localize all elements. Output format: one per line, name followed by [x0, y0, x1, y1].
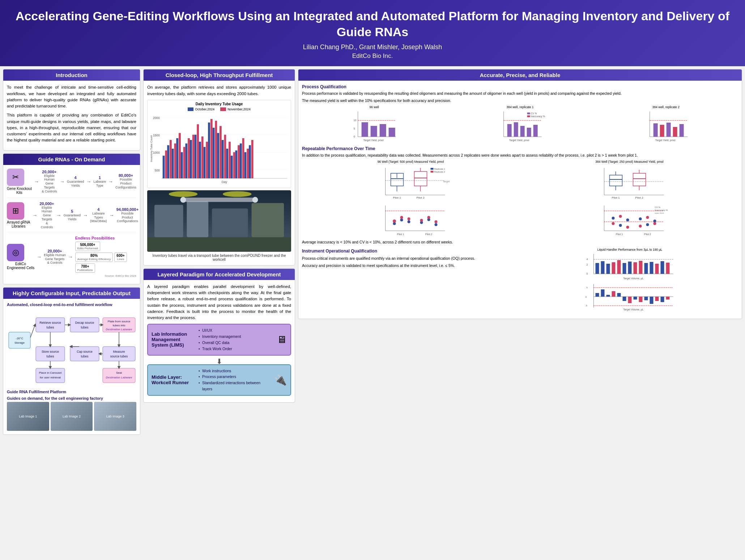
svg-rect-56: [208, 123, 210, 178]
svg-rect-217: [666, 263, 670, 274]
svg-text:10: 10: [354, 119, 357, 122]
svg-rect-137: [414, 171, 427, 186]
image-box-1: Lab Image 1: [7, 402, 49, 431]
svg-text:tubes: tubes: [47, 355, 54, 358]
svg-text:1500: 1500: [153, 133, 160, 137]
layered-header: Layered Paradigm for Accelerated Develop…: [144, 269, 295, 280]
svg-text:Pilot 1: Pilot 1: [616, 233, 623, 236]
chart-384-rep1-svg: Target Yield, pmol CV % Inaccuracy %: [448, 110, 592, 142]
intro-header: Introduction: [3, 69, 140, 81]
svg-text:spec limit: spec limit: [655, 212, 664, 214]
guide-rna-panel: Guide RNAs - On Demand ✂ Gene KnockoutKi…: [3, 153, 140, 285]
svg-rect-114: [520, 126, 525, 137]
rep-cv-chart2: Pilot 1 Pilot 2 CV % Inaccuracy % spec l…: [521, 204, 738, 237]
svg-text:Destination Labware: Destination Labware: [106, 328, 132, 331]
svg-text:Inventory Tube Count: Inventory Tube Count: [150, 135, 153, 162]
svg-text:Pilot 1: Pilot 1: [612, 196, 620, 199]
svg-rect-231: [623, 297, 626, 301]
svg-point-169: [400, 216, 403, 219]
svg-text:Cap source: Cap source: [77, 350, 93, 353]
closed-loop-header: Closed-loop, High Throughput Fulfillment: [144, 69, 295, 81]
configurable-header: Highly Configurable Input, Predictable O…: [3, 288, 140, 299]
svg-point-193: [646, 216, 649, 219]
chart-title: Daily Inventory Tube Usage: [149, 102, 289, 106]
repeatable-title: Repeatable Performance Over Time: [302, 146, 738, 151]
svg-rect-235: [644, 297, 648, 300]
svg-point-194: [654, 222, 656, 225]
workcell-bullet-2: Process parameters: [199, 374, 271, 380]
svg-rect-116: [533, 125, 538, 137]
guide-rna-header: Guide RNAs - On Demand: [3, 154, 140, 165]
layered-body: A layered paradigm enables parallel deve…: [144, 280, 295, 402]
process-qual-title: Process Qualification: [302, 84, 738, 89]
svg-text:Measure: Measure: [113, 350, 125, 353]
image-box-2: Lab Image 2: [51, 402, 93, 431]
rep-chart-384-svg: Pilot 1 Pilot 2: [521, 164, 738, 200]
svg-rect-216: [661, 261, 664, 274]
svg-rect-226: [596, 293, 599, 297]
svg-rect-214: [650, 262, 654, 274]
small-stat-pubs: 700+ Publications: [75, 263, 95, 273]
svg-rect-65: [249, 145, 251, 178]
small-stat-edits: 506,000+ Edits Performed: [75, 242, 100, 251]
header: Accelerating Gene-Editing Workflows Usin…: [0, 0, 745, 66]
svg-rect-101: [362, 122, 368, 137]
authors: Lilian Chang PhD., Grant Mishler, Joseph…: [14, 43, 731, 51]
svg-rect-89: [154, 205, 183, 237]
right-column: Accurate, Precise, and Reliable Process …: [298, 69, 742, 557]
rep-chart-96: 96 Well (Target: 500 pmol) Measured Yiel…: [302, 160, 519, 201]
workcell-layer: Middle Layer:Workcell Runner Work instru…: [147, 364, 291, 396]
svg-rect-25: [103, 368, 135, 383]
institution: EditCo Bio Inc.: [14, 52, 731, 60]
arrow8: →: [109, 212, 114, 218]
svg-text:Decap source: Decap source: [75, 321, 94, 324]
svg-rect-59: [222, 140, 224, 178]
repeatable-summary: Average inaccuracy is < 10% and CV is < …: [302, 239, 738, 245]
svg-rect-147: [431, 171, 434, 173]
workcell-bullets: Work instructions Process parameters Sta…: [199, 368, 271, 392]
cell-stat1: 20,000+ Eligible HumanGene Targets& Cont…: [44, 249, 66, 265]
svg-rect-205: [601, 261, 605, 274]
svg-rect-206: [606, 264, 610, 274]
svg-rect-207: [612, 262, 616, 274]
rep-chart-384: 384 Well (Target: 250 pmol) Measured Yie…: [521, 160, 738, 201]
svg-rect-77: [215, 121, 217, 178]
middle-column: Closed-loop, High Throughput Fulfillment…: [143, 69, 295, 557]
svg-rect-208: [617, 260, 621, 274]
svg-point-183: [612, 217, 615, 220]
chart-96well-title: 96 well: [302, 105, 446, 109]
workflow-svg: -20°C Storage Retrieve source tubes Deca…: [7, 310, 137, 386]
svg-rect-76: [210, 119, 213, 178]
lims-content: Lab InformationManagementSystem (LIMS): [152, 331, 195, 348]
arrow2: →: [60, 179, 65, 184]
arr-stat3: 4 LabwareTypes(96w/384w): [90, 207, 107, 223]
svg-rect-55: [204, 147, 206, 178]
svg-rect-113: [514, 122, 518, 137]
svg-point-186: [612, 222, 615, 225]
chart-384-rep1-title: 384 well, replicate 1: [448, 105, 592, 109]
svg-rect-70: [183, 147, 186, 178]
arrow3: →: [86, 179, 91, 184]
legend-nov-label: November,2024: [227, 107, 251, 111]
svg-text:CV %: CV %: [655, 206, 661, 208]
svg-text:Storage: Storage: [14, 341, 25, 344]
svg-point-188: [626, 226, 629, 229]
rep-chart-96-title: 96 Well (Target: 500 pmol) Measured Yiel…: [302, 160, 519, 164]
workcell-bullet-3: Standardized interactions between layers: [199, 380, 271, 392]
svg-rect-48: [172, 149, 174, 178]
svg-rect-58: [217, 133, 219, 178]
svg-rect-129: [679, 124, 684, 137]
legend-nov-color: [220, 107, 226, 111]
svg-text:Day: Day: [222, 180, 227, 183]
lims-title: Lab InformationManagementSystem (LIMS): [152, 331, 195, 348]
iq-text2: Accuracy and precision is validated to m…: [302, 263, 519, 269]
svg-text:Pilot 2: Pilot 2: [635, 196, 643, 199]
workcell-icon: 🔌: [274, 374, 287, 386]
svg-point-170: [408, 217, 410, 220]
closed-loop-body: On average, the platform retrieves and s…: [144, 81, 295, 265]
repeatable-charts-row1: 96 Well (Target: 500 pmol) Measured Yiel…: [302, 160, 738, 201]
svg-text:Pilot 2: Pilot 2: [425, 233, 433, 236]
svg-text:Plate from source: Plate from source: [108, 320, 131, 323]
svg-text:for user retrieval: for user retrieval: [40, 376, 61, 379]
lims-bullets: UI/UX Inventory management Overall QC da…: [199, 327, 241, 352]
